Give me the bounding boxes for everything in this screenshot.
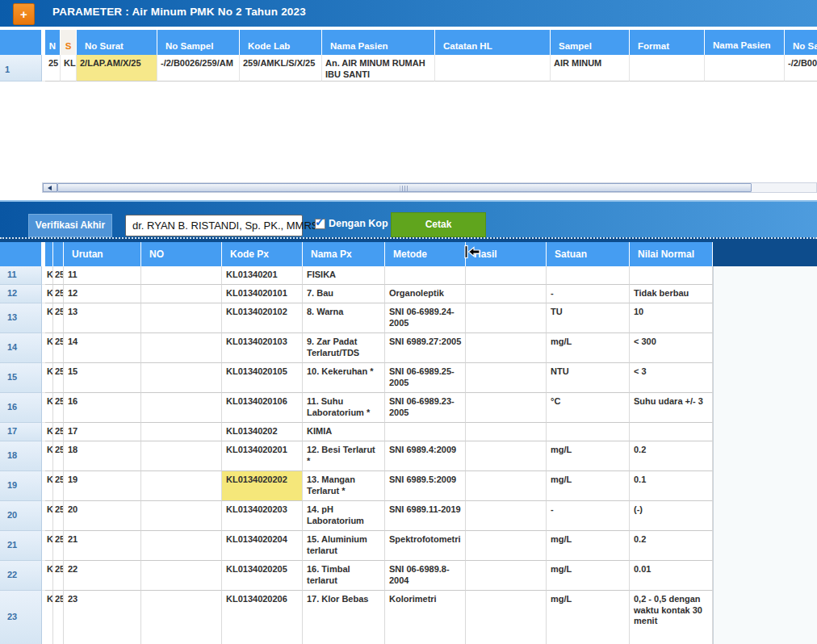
- clipped-cell-1[interactable]: KL: [45, 501, 53, 531]
- satuan-cell[interactable]: mg/L: [547, 561, 630, 591]
- satuan-cell[interactable]: -: [547, 501, 630, 531]
- kode-px-cell[interactable]: KL0134020203: [222, 501, 303, 531]
- n-cell[interactable]: 25: [45, 55, 61, 82]
- nilai-normal-cell[interactable]: 0.01: [630, 561, 713, 591]
- urutan-cell[interactable]: 16: [64, 393, 141, 423]
- header-nama-px[interactable]: Nama Px: [303, 242, 385, 266]
- row-number-cell[interactable]: 14: [0, 333, 42, 363]
- nilai-normal-cell[interactable]: 10: [630, 303, 713, 333]
- nama-px-cell[interactable]: FISIKA: [303, 266, 385, 285]
- header-satuan[interactable]: Satuan: [547, 242, 630, 266]
- kode-lab-cell[interactable]: 259/AMKL/S/X/25: [240, 55, 322, 82]
- hasil-cell[interactable]: [466, 303, 547, 333]
- nilai-normal-cell[interactable]: Tidak berbau: [630, 285, 713, 303]
- clipped-cell-2[interactable]: 25: [53, 266, 64, 285]
- no-cell[interactable]: [141, 285, 222, 303]
- clipped-cell-2[interactable]: 25: [53, 303, 64, 333]
- nama-pasien-2-cell[interactable]: [705, 55, 785, 82]
- nama-px-cell[interactable]: 13. Mangan Terlarut *: [303, 471, 385, 501]
- clipped-cell-1[interactable]: KL: [45, 303, 53, 333]
- header-nama-pasien[interactable]: Nama Pasien: [322, 30, 435, 55]
- clipped-cell-2[interactable]: 25: [53, 333, 64, 363]
- nama-px-cell[interactable]: 16. Timbal terlarut: [303, 561, 385, 591]
- no-cell[interactable]: [141, 501, 222, 531]
- nilai-normal-cell[interactable]: (-): [630, 501, 713, 531]
- clipped-cell-2[interactable]: 25: [53, 423, 64, 441]
- nama-px-cell[interactable]: 12. Besi Terlarut *: [303, 441, 385, 471]
- clipped-cell-1[interactable]: KL: [45, 333, 53, 363]
- clipped-cell-1[interactable]: KL: [45, 266, 53, 285]
- hasil-cell[interactable]: [466, 531, 547, 561]
- row-number-cell[interactable]: 1: [0, 55, 42, 82]
- urutan-cell[interactable]: 11: [64, 266, 141, 285]
- hasil-cell[interactable]: [466, 266, 547, 285]
- nama-px-cell[interactable]: 7. Bau: [303, 285, 385, 303]
- urutan-cell[interactable]: 15: [64, 363, 141, 393]
- metode-cell[interactable]: Spektrofotometri: [385, 531, 466, 561]
- nilai-normal-cell[interactable]: 0.2: [630, 531, 713, 561]
- metode-cell[interactable]: Kolorimetri: [385, 591, 466, 644]
- satuan-cell[interactable]: -: [547, 285, 630, 303]
- clipped-cell-1[interactable]: KL: [45, 285, 53, 303]
- clipped-cell-2[interactable]: 25: [53, 471, 64, 501]
- row-number-cell[interactable]: 21: [0, 531, 42, 561]
- header-kode-px[interactable]: Kode Px: [222, 242, 303, 266]
- sampel-cell[interactable]: AIR MINUM: [551, 55, 630, 82]
- nama-px-cell[interactable]: 8. Warna: [303, 303, 385, 333]
- scrollbar-thumb[interactable]: [57, 183, 752, 192]
- nilai-normal-cell[interactable]: Suhu udara +/- 3: [630, 393, 713, 423]
- metode-cell[interactable]: SNI 06-6989.24-2005: [385, 303, 466, 333]
- no-cell[interactable]: [141, 441, 222, 471]
- header-metode[interactable]: Metode: [385, 242, 466, 266]
- row-number-cell[interactable]: 15: [0, 363, 42, 393]
- urutan-cell[interactable]: 17: [64, 423, 141, 441]
- urutan-cell[interactable]: 14: [64, 333, 141, 363]
- row-number-cell[interactable]: 17: [0, 423, 42, 441]
- metode-cell[interactable]: [385, 423, 466, 441]
- header-urutan[interactable]: Urutan: [64, 242, 141, 266]
- kode-px-cell[interactable]: KL0134020106: [222, 393, 303, 423]
- clipped-cell-2[interactable]: 25: [53, 393, 64, 423]
- hasil-cell[interactable]: [466, 285, 547, 303]
- urutan-cell[interactable]: 19: [64, 471, 141, 501]
- nilai-normal-cell[interactable]: [630, 423, 713, 441]
- row-number-cell[interactable]: 11: [0, 266, 42, 285]
- header-catatan-hl[interactable]: Catatan HL: [435, 30, 551, 55]
- satuan-cell[interactable]: °C: [547, 393, 630, 423]
- no-cell[interactable]: [141, 363, 222, 393]
- kode-px-cell[interactable]: KL01340202: [222, 423, 303, 441]
- doctor-select[interactable]: dr. RYAN B. RISTANDI, Sp. PK., MMRS: [125, 215, 303, 236]
- verifikasi-akhir-button[interactable]: Verifikasi Akhir: [28, 214, 112, 237]
- header-nilai-normal[interactable]: Nilai Normal: [630, 242, 713, 266]
- kode-px-cell[interactable]: KL0134020204: [222, 531, 303, 561]
- no-sampel-cell[interactable]: -/2/B0026/259/AM: [157, 55, 240, 82]
- nama-px-cell[interactable]: 11. Suhu Laboratorium *: [303, 393, 385, 423]
- header-hasil[interactable]: Hasil: [466, 242, 547, 266]
- clipped-cell-1[interactable]: KL: [45, 591, 53, 644]
- no-cell[interactable]: [141, 471, 222, 501]
- row-number-cell[interactable]: 20: [0, 501, 42, 531]
- no-cell[interactable]: [141, 333, 222, 363]
- nilai-normal-cell[interactable]: < 300: [630, 333, 713, 363]
- header-kode-lab[interactable]: Kode Lab: [240, 30, 322, 55]
- header-format[interactable]: Format: [630, 30, 705, 55]
- kode-px-cell[interactable]: KL0134020206: [222, 591, 303, 644]
- satuan-cell[interactable]: NTU: [547, 363, 630, 393]
- no-cell[interactable]: [141, 591, 222, 644]
- clipped-cell-1[interactable]: KL: [45, 441, 53, 471]
- satuan-cell[interactable]: [547, 423, 630, 441]
- nama-px-cell[interactable]: 17. Klor Bebas: [303, 591, 385, 644]
- satuan-cell[interactable]: mg/L: [547, 471, 630, 501]
- kode-px-cell[interactable]: KL0134020201: [222, 441, 303, 471]
- no-cell[interactable]: [141, 303, 222, 333]
- nilai-normal-cell[interactable]: 0,2 - 0,5 dengan waktu kontak 30 menit: [630, 591, 713, 644]
- metode-cell[interactable]: Organoleptik: [385, 285, 466, 303]
- clipped-cell-1[interactable]: KL: [45, 423, 53, 441]
- hasil-cell[interactable]: [466, 363, 547, 393]
- satuan-cell[interactable]: mg/L: [547, 441, 630, 471]
- hasil-cell[interactable]: [466, 501, 547, 531]
- header-n[interactable]: N: [45, 30, 61, 55]
- nilai-normal-cell[interactable]: [630, 266, 713, 285]
- urutan-cell[interactable]: 20: [64, 501, 141, 531]
- hasil-cell[interactable]: [466, 333, 547, 363]
